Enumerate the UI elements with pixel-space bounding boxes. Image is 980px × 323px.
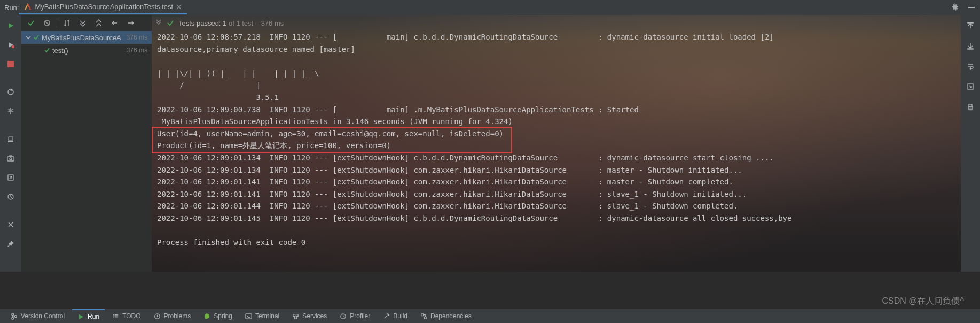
svg-rect-12	[968, 22, 973, 23]
soft-wrap-button[interactable]	[963, 59, 978, 74]
print-button[interactable]	[963, 99, 978, 114]
dump-button[interactable]	[3, 132, 18, 147]
scroll-to-end-button[interactable]	[963, 79, 978, 94]
svg-rect-0	[968, 7, 975, 8]
right-action-gutter	[961, 15, 980, 272]
screenshot-button[interactable]	[3, 151, 18, 166]
tab-title: MyBatisPlusDataSourceApplicationTests.te…	[35, 3, 173, 11]
bottom-tool-bar: Version Control Run TODO Problems Spring…	[0, 309, 980, 323]
test-toolbar	[21, 15, 152, 31]
tree-child-row[interactable]: test() 376 ms	[21, 44, 152, 57]
svg-rect-21	[113, 314, 114, 315]
run-panel-body: MyBatisPlusDataSourceA 376 ms test() 376…	[0, 15, 980, 272]
minimize-icon[interactable]	[967, 3, 976, 12]
tab-terminal[interactable]: Terminal	[240, 309, 285, 323]
svg-rect-23	[113, 316, 114, 317]
tab-todo[interactable]: TODO	[107, 309, 146, 323]
svg-rect-17	[969, 108, 972, 110]
svg-rect-28	[296, 314, 299, 316]
test-tree-column: MyBatisPlusDataSourceA 376 ms test() 376…	[21, 15, 152, 272]
svg-rect-13	[968, 49, 973, 49]
tab-label: Problems	[164, 312, 191, 320]
collapse-all-button[interactable]	[92, 17, 105, 29]
tab-label: Version Control	[21, 312, 65, 320]
tab-label: Terminal	[255, 312, 279, 320]
close-icon[interactable]	[176, 4, 182, 10]
toggle-auto-test-button[interactable]	[3, 84, 18, 99]
run-config-tab[interactable]: MyBatisPlusDataSourceApplicationTests.te…	[19, 1, 187, 14]
tab-problems[interactable]: Problems	[148, 309, 197, 323]
svg-rect-31	[421, 313, 424, 316]
rerun-failed-button[interactable]	[3, 37, 18, 52]
svg-rect-4	[8, 141, 13, 142]
tab-spring[interactable]: Spring	[198, 309, 238, 323]
console-output[interactable]: 2022-10-06 12:08:57.218 INFO 1120 --- [ …	[152, 31, 961, 249]
tab-profiler[interactable]: Profiler	[334, 309, 375, 323]
console-column: Tests passed: 1 of 1 test – 376 ms 2022-…	[152, 15, 961, 272]
gear-icon[interactable]	[950, 3, 959, 12]
tab-label: Services	[302, 312, 327, 320]
tab-label: Spring	[214, 312, 232, 320]
svg-rect-24	[115, 316, 119, 317]
chevron-down-icon	[26, 35, 31, 40]
svg-rect-26	[246, 313, 252, 318]
prev-button[interactable]	[108, 17, 121, 29]
tests-passed-suffix: of 1 test – 376 ms	[226, 19, 284, 27]
svg-rect-22	[115, 314, 119, 315]
svg-rect-6	[7, 157, 14, 161]
run-header-bar: Run: MyBatisPlusDataSourceApplicationTes…	[0, 0, 980, 15]
rerun-button[interactable]	[3, 18, 18, 33]
svg-rect-32	[424, 317, 426, 319]
tab-label: Dependencies	[430, 312, 472, 320]
close-panel-button[interactable]	[3, 217, 18, 232]
watermark-text: CSDN @在人间负债^	[882, 296, 964, 307]
export-button[interactable]	[3, 170, 18, 185]
tree-child-time: 376 ms	[127, 47, 147, 54]
tab-label: Profiler	[350, 312, 370, 320]
svg-rect-2	[7, 61, 14, 67]
svg-point-3	[8, 89, 13, 95]
panel-label: Run:	[4, 4, 19, 12]
check-icon	[167, 19, 174, 27]
tab-label: Build	[393, 312, 407, 320]
test-tree[interactable]: MyBatisPlusDataSourceA 376 ms test() 376…	[21, 31, 152, 57]
more-icon[interactable]	[155, 19, 162, 27]
tab-run[interactable]: Run	[72, 309, 105, 323]
pin-button[interactable]	[3, 236, 18, 251]
scroll-down-button[interactable]	[963, 39, 978, 53]
tree-root-time: 376 ms	[127, 34, 147, 41]
settings-button[interactable]	[3, 104, 18, 119]
svg-point-19	[12, 317, 14, 319]
stop-button[interactable]	[3, 57, 18, 72]
scroll-up-button[interactable]	[963, 18, 978, 33]
tree-root-row[interactable]: MyBatisPlusDataSourceA 376 ms	[21, 31, 152, 44]
next-button[interactable]	[124, 17, 137, 29]
svg-rect-1	[12, 45, 14, 48]
history-button[interactable]	[3, 189, 18, 204]
sort-button[interactable]	[60, 17, 73, 29]
tab-label: Run	[88, 313, 99, 320]
console-toolbar: Tests passed: 1 of 1 test – 376 ms	[152, 15, 961, 31]
svg-rect-5	[9, 137, 13, 140]
check-icon	[33, 34, 40, 41]
left-action-gutter	[0, 15, 21, 272]
svg-rect-8	[10, 156, 12, 157]
svg-rect-16	[969, 104, 972, 106]
svg-rect-29	[295, 317, 297, 319]
junit-icon	[24, 3, 32, 11]
tab-dependencies[interactable]: Dependencies	[415, 309, 477, 323]
svg-point-20	[14, 315, 17, 317]
svg-point-7	[10, 158, 12, 160]
show-passed-button[interactable]	[25, 17, 37, 29]
tab-version-control[interactable]: Version Control	[5, 309, 70, 323]
tab-build[interactable]: Build	[378, 309, 413, 323]
tab-services[interactable]: Services	[287, 309, 332, 323]
tree-child-label: test()	[52, 47, 68, 55]
svg-point-18	[12, 313, 14, 315]
show-ignored-button[interactable]	[41, 17, 53, 29]
expand-all-button[interactable]	[76, 17, 89, 29]
tree-root-label: MyBatisPlusDataSourceA	[42, 34, 121, 42]
tests-passed-count: Tests passed: 1	[178, 19, 226, 27]
check-icon	[44, 47, 50, 53]
svg-rect-27	[293, 314, 295, 316]
